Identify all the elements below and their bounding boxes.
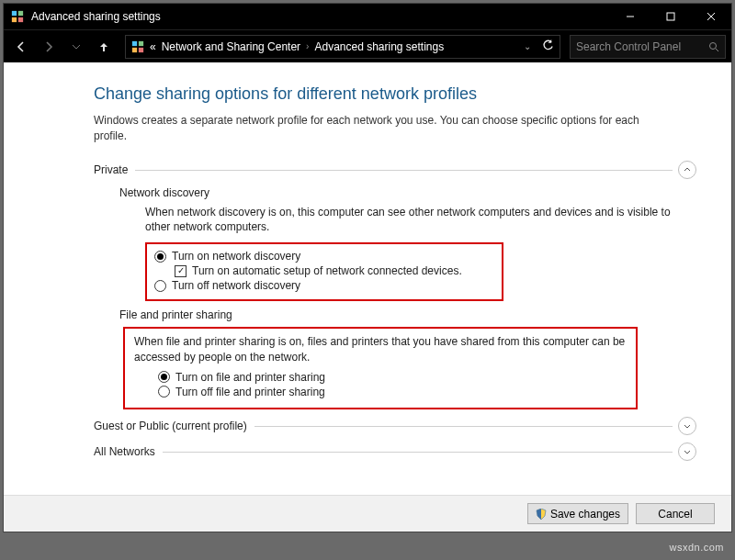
expand-button[interactable] <box>678 442 696 461</box>
back-button[interactable] <box>9 35 33 59</box>
section-header-all[interactable]: All Networks <box>94 442 696 461</box>
radio-icon[interactable] <box>158 386 170 398</box>
search-placeholder: Search Control Panel <box>576 40 703 53</box>
svg-line-13 <box>716 49 718 51</box>
watermark: wsxdn.com <box>669 542 724 553</box>
svg-rect-0 <box>12 11 17 16</box>
recent-dropdown[interactable] <box>64 35 88 59</box>
svg-rect-10 <box>132 47 137 51</box>
minimize-button[interactable] <box>610 4 650 29</box>
search-input[interactable]: Search Control Panel <box>570 35 726 59</box>
radio-label: Turn off file and printer sharing <box>175 386 325 398</box>
svg-rect-3 <box>18 17 23 22</box>
radio-row[interactable]: Turn off file and printer sharing <box>158 386 627 398</box>
radio-row[interactable]: Turn on network discovery <box>154 250 494 263</box>
svg-point-12 <box>710 42 717 49</box>
breadcrumb[interactable]: « Network and Sharing Center › Advanced … <box>125 35 560 59</box>
subsection-description: When network discovery is on, this compu… <box>145 205 696 236</box>
chevron-right-icon: › <box>306 41 309 51</box>
close-button[interactable] <box>691 4 731 29</box>
radio-label: Turn on file and printer sharing <box>175 371 325 384</box>
section-label: All Networks <box>94 445 163 458</box>
breadcrumb-back[interactable]: « <box>150 40 156 53</box>
section-header-guest[interactable]: Guest or Public (current profile) <box>94 417 696 435</box>
radio-row[interactable]: Turn on file and printer sharing <box>158 371 627 384</box>
radio-icon[interactable] <box>154 280 166 292</box>
window-title: Advanced sharing settings <box>31 10 610 23</box>
cancel-button[interactable]: Cancel <box>636 503 715 524</box>
save-button[interactable]: Save changes <box>527 503 628 524</box>
svg-rect-5 <box>667 13 674 20</box>
divider <box>254 426 673 427</box>
titlebar: Advanced sharing settings <box>4 4 731 29</box>
control-panel-icon <box>131 40 144 53</box>
svg-rect-9 <box>139 40 143 45</box>
radio-icon[interactable] <box>158 371 170 383</box>
section-guest-public: Guest or Public (current profile) <box>94 417 696 435</box>
page-title: Change sharing options for different net… <box>94 84 696 104</box>
section-private: Private Network discovery When network d… <box>94 161 696 409</box>
maximize-button[interactable] <box>650 4 691 29</box>
section-label: Private <box>94 163 135 176</box>
svg-rect-2 <box>12 17 17 22</box>
subsection-description: When file and printer sharing is on, fil… <box>134 334 627 365</box>
navbar: « Network and Sharing Center › Advanced … <box>4 29 731 62</box>
subsection-title: Network discovery <box>119 186 696 199</box>
breadcrumb-item[interactable]: Network and Sharing Center <box>162 40 300 53</box>
divider <box>163 452 673 453</box>
search-icon <box>708 41 719 52</box>
button-label: Save changes <box>550 508 620 521</box>
subsection-title: File and printer sharing <box>119 308 696 321</box>
radio-label: Turn on network discovery <box>172 250 300 263</box>
section-label: Guest or Public (current profile) <box>94 420 254 432</box>
svg-rect-8 <box>132 40 137 45</box>
expand-button[interactable] <box>678 417 696 435</box>
footer: Save changes Cancel <box>4 495 731 532</box>
shield-icon <box>536 509 547 520</box>
window: Advanced sharing settings « Network and … <box>3 3 732 532</box>
content: Change sharing options for different net… <box>4 62 731 495</box>
highlight-box: When file and printer sharing is on, fil… <box>123 327 638 409</box>
checkbox-icon[interactable] <box>175 265 187 277</box>
page-description: Windows creates a separate network profi… <box>94 113 660 144</box>
subsection-network-discovery: Network discovery When network discovery… <box>119 186 696 302</box>
radio-row[interactable]: Turn off network discovery <box>154 279 494 292</box>
checkbox-label: Turn on automatic setup of network conne… <box>192 264 462 277</box>
breadcrumb-dropdown[interactable]: ⌄ <box>518 41 537 51</box>
subsection-file-printer-sharing: File and printer sharing When file and p… <box>119 308 696 409</box>
checkbox-row[interactable]: Turn on automatic setup of network conne… <box>175 264 494 277</box>
radio-label: Turn off network discovery <box>172 279 300 292</box>
section-header-private[interactable]: Private <box>94 161 696 179</box>
up-button[interactable] <box>92 35 116 59</box>
divider <box>135 170 673 171</box>
collapse-button[interactable] <box>678 161 696 179</box>
control-panel-icon <box>11 10 24 23</box>
breadcrumb-item[interactable]: Advanced sharing settings <box>314 40 444 53</box>
refresh-button[interactable] <box>542 39 554 54</box>
section-all-networks: All Networks <box>94 442 696 461</box>
highlight-box: Turn on network discovery Turn on automa… <box>145 242 503 301</box>
button-label: Cancel <box>658 508 692 521</box>
svg-rect-11 <box>139 47 143 51</box>
forward-button[interactable] <box>37 35 61 59</box>
svg-rect-1 <box>18 11 23 16</box>
radio-icon[interactable] <box>154 251 166 263</box>
